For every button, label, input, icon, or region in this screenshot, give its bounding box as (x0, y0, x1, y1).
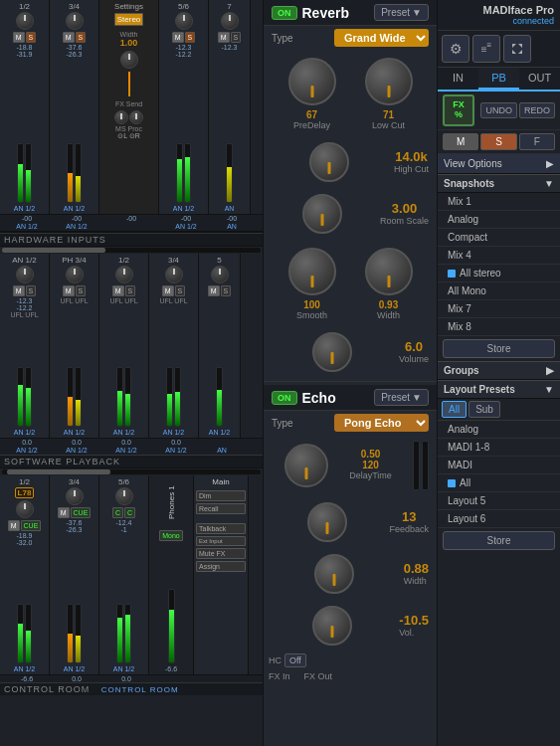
main-and-side-buttons: Main Dim Recall Talkback Ext Input Mute … (194, 475, 249, 674)
snapshot-item-allstereo[interactable]: All stereo (438, 265, 560, 282)
hw-s-btn-an12[interactable]: S (26, 285, 37, 296)
strip-knob-12[interactable] (16, 12, 34, 30)
snapshot-item-analog[interactable]: Analog (438, 211, 560, 229)
reverb-highcut-knob[interactable] (309, 142, 349, 182)
hw-knob-34[interactable] (165, 266, 183, 283)
matrix-btn[interactable]: ≡ ≡ (472, 35, 500, 63)
layout-item-all[interactable]: All (438, 474, 560, 492)
snapshots-store-btn[interactable]: Store (443, 339, 555, 358)
reverb-roomscale-knob[interactable] (302, 194, 342, 234)
reverb-type-select[interactable]: Grand Wide (334, 29, 429, 47)
strip-knob-34[interactable] (66, 12, 84, 30)
reverb-volume-knob[interactable] (312, 332, 352, 372)
width-knob[interactable] (120, 51, 138, 69)
fader-bar-2[interactable] (25, 143, 32, 203)
tab-out[interactable]: OUT (519, 68, 560, 90)
tab-pb[interactable]: PB (478, 68, 519, 90)
reverb-on-btn[interactable]: ON (272, 6, 297, 20)
f-btn[interactable]: F (519, 133, 555, 150)
echo-bottom-row: HC Off (264, 652, 437, 669)
snapshot-active-dot (448, 270, 456, 278)
strip-knob-7[interactable] (221, 12, 239, 30)
m-button-7[interactable]: M (218, 32, 230, 43)
snapshot-item-mix8[interactable]: Mix 8 (438, 318, 560, 336)
reverb-predelay-knob[interactable] (288, 58, 336, 105)
snapshot-item-compact[interactable]: Compact (438, 229, 560, 247)
s-button-34[interactable]: S (76, 32, 87, 43)
eq-knob-1[interactable] (114, 110, 128, 124)
undo-btn[interactable]: UNDO (480, 102, 517, 118)
reverb-preset-btn[interactable]: Preset ▼ (374, 4, 429, 21)
layout-item-madi18[interactable]: MADI 1-8 (438, 439, 560, 457)
reverb-predelay-value: 67 (306, 109, 317, 120)
s-btn[interactable]: S (480, 133, 516, 150)
layout-item-analog[interactable]: Analog (438, 421, 560, 439)
m-button-12[interactable]: M (13, 32, 25, 43)
sw-knob-34[interactable] (66, 487, 84, 505)
echo-type-select[interactable]: Pong Echo (334, 414, 429, 432)
stereo-btn[interactable]: Stereo (114, 13, 144, 26)
hw-knob-ph34[interactable] (66, 266, 84, 283)
fader-bar-6[interactable] (184, 143, 191, 203)
fader-bar-1[interactable] (17, 143, 24, 203)
sw-knob-56[interactable] (115, 487, 133, 505)
snapshot-item-mix4[interactable]: Mix 4 (438, 247, 560, 265)
reverb-width-knob[interactable] (365, 248, 413, 295)
s-button-56[interactable]: S (185, 32, 196, 43)
layout-presets-header-btn[interactable]: Layout Presets ▼ (438, 380, 560, 399)
assign-btn[interactable]: Assign (196, 561, 246, 572)
snapshot-item-mix1[interactable]: Mix 1 (438, 193, 560, 211)
dim-btn[interactable]: Dim (196, 490, 246, 501)
sw-scrollbar[interactable] (2, 469, 261, 474)
layout-item-layout6[interactable]: Layout 6 (438, 510, 560, 528)
echo-vol-knob[interactable] (312, 606, 352, 646)
snapshot-item-mix7[interactable]: Mix 7 (438, 300, 560, 318)
fx-box[interactable]: FX% (443, 94, 474, 126)
madiface-connected: connected (444, 16, 554, 26)
s-button-7[interactable]: S (231, 32, 242, 43)
strip-knob-56[interactable] (175, 12, 193, 30)
sw-knob-12[interactable] (16, 500, 34, 518)
echo-feedback-knob[interactable] (307, 502, 347, 542)
hw-knob-12[interactable] (115, 266, 133, 283)
mono-btn[interactable]: Mono (159, 530, 183, 541)
hw-knob-5[interactable] (211, 266, 229, 283)
layout-tab-all[interactable]: All (442, 401, 467, 418)
talkback-btn[interactable]: Talkback (196, 523, 246, 534)
reverb-width-value: 0.93 (379, 299, 398, 310)
layout-item-layout5[interactable]: Layout 5 (438, 492, 560, 510)
reverb-smooth-knob[interactable] (288, 248, 336, 295)
s-button-12[interactable]: S (26, 32, 37, 43)
echo-preset-btn[interactable]: Preset ▼ (374, 389, 429, 406)
mute-fx-btn[interactable]: Mute FX (196, 548, 246, 559)
ext-input-btn[interactable]: Ext Input (196, 536, 246, 546)
layout-store-btn[interactable]: Store (443, 531, 555, 550)
hw-knob-an12[interactable] (16, 266, 34, 283)
hw-scrollbar[interactable] (2, 248, 261, 253)
reverb-lowcut-knob[interactable] (365, 58, 413, 105)
echo-width-knob[interactable] (314, 554, 354, 594)
hw-m-btn-ph34[interactable]: M (63, 285, 75, 296)
hw-m-btn-an12[interactable]: M (13, 285, 25, 296)
fader-bar-5[interactable] (176, 143, 183, 203)
groups-header-btn[interactable]: Groups ▶ (438, 361, 560, 380)
expand-btn[interactable] (503, 35, 531, 63)
fader-bar-4[interactable] (75, 143, 82, 203)
eq-knob-2[interactable] (129, 110, 143, 124)
view-options-btn[interactable]: View Options ▶ (438, 154, 560, 174)
m-button-34[interactable]: M (63, 32, 75, 43)
snapshots-header-btn[interactable]: Snapshots ▼ (438, 174, 560, 193)
layout-tab-sub[interactable]: Sub (468, 401, 500, 418)
recall-btn[interactable]: Recall (196, 503, 246, 514)
m-btn[interactable]: M (443, 133, 478, 150)
layout-item-madi[interactable]: MADI (438, 457, 560, 474)
m-button-56[interactable]: M (172, 32, 184, 43)
tab-in[interactable]: IN (438, 68, 478, 90)
gear-btn[interactable]: ⚙ (442, 35, 469, 63)
echo-on-btn[interactable]: ON (272, 391, 297, 405)
hc-off-btn[interactable]: Off (284, 653, 306, 667)
fader-bar-3[interactable] (67, 143, 74, 203)
snapshot-item-allmono[interactable]: All Mono (438, 282, 560, 300)
echo-delaytime-knob[interactable] (284, 444, 328, 487)
redo-btn[interactable]: REDO (519, 102, 555, 118)
